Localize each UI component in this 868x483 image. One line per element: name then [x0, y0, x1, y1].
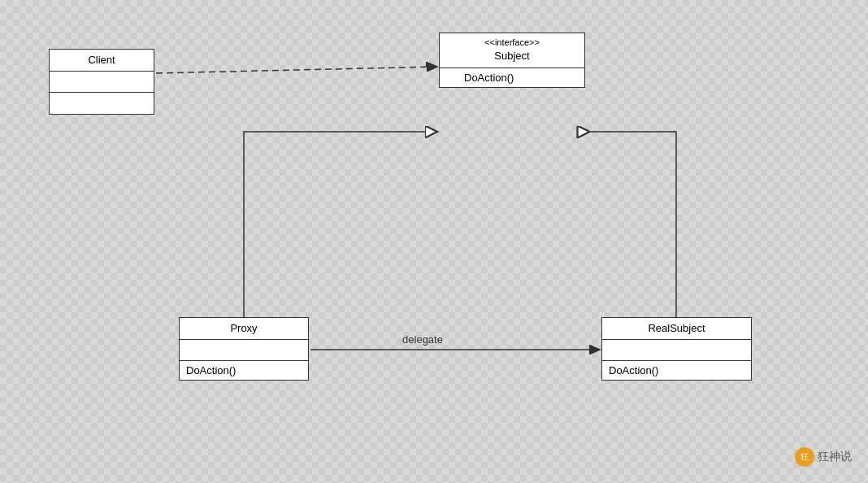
subject-name: Subject — [494, 50, 529, 62]
client-to-subject-arrow — [156, 67, 437, 73]
proxy-method: DoAction() — [180, 361, 308, 380]
realsubject-method: DoAction() — [602, 361, 751, 380]
proxy-implements-subject — [244, 132, 437, 317]
realsubject-implements-subject — [588, 132, 676, 317]
client-section-1 — [50, 72, 154, 93]
delegate-label: delegate — [402, 333, 443, 346]
proxy-section-empty — [180, 340, 308, 361]
subject-method: DoAction() — [440, 68, 584, 87]
realsubject-header: RealSubject — [602, 318, 751, 340]
watermark: 狂 狂神说 — [795, 447, 852, 467]
diagram-container: Client <<interface>> Subject DoAction() … — [0, 0, 868, 483]
subject-header: <<interface>> Subject — [440, 33, 584, 68]
proxy-header: Proxy — [180, 318, 308, 340]
watermark-logo: 狂 — [795, 447, 814, 467]
realsubject-box: RealSubject DoAction() — [601, 317, 752, 381]
client-section-2 — [50, 93, 154, 114]
subject-box: <<interface>> Subject DoAction() — [439, 33, 585, 88]
client-box: Client — [49, 49, 154, 115]
proxy-box: Proxy DoAction() — [179, 317, 309, 381]
watermark-text: 狂神说 — [818, 450, 852, 464]
subject-stereotype: <<interface>> — [446, 37, 578, 49]
realsubject-section-empty — [602, 340, 751, 361]
client-header: Client — [50, 50, 154, 72]
